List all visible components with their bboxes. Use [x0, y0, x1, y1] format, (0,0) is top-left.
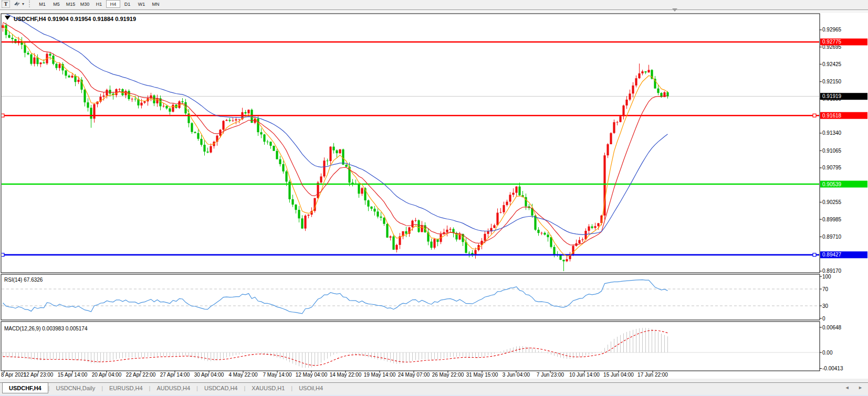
toolbar-separator [29, 1, 32, 7]
rsi-axis-tick: 70 [822, 286, 829, 292]
timeframe-button-m30[interactable]: M30 [78, 0, 92, 8]
rsi-pane[interactable] [1, 274, 820, 320]
tab-usdchf-h4[interactable]: USDCHF,H4 [2, 382, 48, 393]
chart-tab-bar: USDCHF,H4|USDCNH,Daily|EURUSD,H4|AUDUSD,… [0, 379, 868, 394]
line-handle [813, 253, 816, 256]
price-axis-tick: 0.92425 [822, 61, 842, 67]
tabs-scroll-left-icon[interactable]: ◄ [845, 385, 850, 390]
date-axis-label: 20 Apr 04:00 [92, 372, 122, 378]
tab-usoil-h4[interactable]: USOil,H4 [292, 383, 329, 393]
price-badge-text: 0.91618 [822, 113, 842, 119]
timeframe-toolbar: M1M5M15M30H1H4D1W1MN [35, 0, 163, 8]
rsi-axis-tick: 100 [822, 274, 831, 280]
text-tool-button[interactable]: T [2, 1, 10, 8]
macd-axis-tick: 0.00648 [822, 325, 842, 330]
price-axis-tick: 0.89985 [822, 217, 842, 222]
price-badge-text: 0.91919 [822, 93, 842, 99]
arrows-icon [13, 1, 21, 7]
timeframe-button-h4[interactable]: H4 [106, 0, 120, 8]
tab-scroll-arrows: ◄ ► [838, 385, 863, 390]
date-axis-label: 19 May 14:00 [364, 372, 396, 378]
macd-axis-tick: -0.00413 [822, 366, 843, 371]
date-axis-label: 26 May 22:00 [432, 372, 464, 378]
scrollbar-groove [0, 9, 868, 12]
date-axis-label: 15 Jun 04:00 [603, 372, 634, 378]
tabs-row: USDCHF,H4|USDCNH,Daily|EURUSD,H4|AUDUSD,… [0, 382, 868, 395]
top-toolbar: T ▾ M1M5M15M30H1H4D1W1MN [0, 0, 868, 8]
tabs-scroll-right-icon[interactable]: ► [858, 385, 863, 390]
date-axis-label: 15 Apr 14:00 [58, 372, 88, 378]
timeframe-button-m15[interactable]: M15 [64, 0, 78, 8]
date-axis-label: 27 Apr 14:00 [160, 372, 190, 378]
scrollbar-thumb-icon[interactable] [672, 8, 677, 12]
tab-xauusd-h1[interactable]: XAUUSD,H1 [245, 383, 291, 393]
date-axis-label: 10 Jun 14:00 [569, 372, 600, 378]
date-axis-label: 7 May 14:00 [263, 372, 291, 378]
line-handle [813, 114, 816, 117]
timeframe-button-d1[interactable]: D1 [120, 0, 134, 8]
date-axis-label: 30 Apr 04:00 [194, 372, 224, 378]
date-axis-label: 12 May 04:00 [296, 372, 328, 378]
date-axis-label: 12 Apr 23:00 [24, 372, 54, 378]
price-axis-tick: 0.91340 [822, 130, 842, 136]
price-badge-text: 0.89427 [822, 252, 842, 258]
timeframe-button-mn[interactable]: MN [149, 0, 163, 8]
chevron-down-icon: ▾ [22, 2, 24, 6]
timeframe-button-w1[interactable]: W1 [134, 0, 149, 8]
arrows-tool-button[interactable]: ▾ [13, 1, 24, 8]
date-axis-label: 8 Apr 2021 [1, 372, 27, 378]
rsi-label: RSI(14) 67.6326 [4, 277, 43, 283]
price-axis-tick: 0.89710 [822, 234, 842, 240]
rsi-axis-tick: 0 [822, 316, 825, 322]
date-axis-label: 22 Apr 22:00 [126, 372, 156, 378]
macd-label: MACD(12,26,9) 0.003983 0.005174 [4, 326, 88, 331]
timeframe-button-m1[interactable]: M1 [35, 0, 49, 8]
price-axis-tick: 0.91065 [822, 148, 842, 154]
tab-usdcnh-daily[interactable]: USDCNH,Daily [50, 383, 102, 393]
chart-canvas[interactable]: USDCHF,H4 0.91904 0.91954 0.91884 0.9191… [0, 13, 868, 379]
date-axis-label: 3 Jun 04:00 [503, 372, 530, 378]
chart-window[interactable]: USDCHF,H4 0.91904 0.91954 0.91884 0.9191… [0, 13, 868, 379]
date-axis-label: 14 May 22:00 [330, 372, 362, 378]
price-axis-tick: 0.92965 [822, 27, 842, 33]
chart-scrollbar[interactable] [0, 8, 868, 13]
tab-eurusd-h4[interactable]: EURUSD,H4 [103, 383, 149, 393]
price-badge-text: 0.90539 [822, 181, 842, 187]
price-axis-tick: 0.90795 [822, 165, 842, 170]
date-axis-label: 24 May 07:00 [398, 372, 430, 378]
price-axis-tick: 0.92150 [822, 79, 842, 84]
macd-pane[interactable] [1, 322, 820, 371]
macd-axis-tick: 0.00 [822, 350, 833, 356]
price-pane[interactable] [1, 14, 820, 273]
date-axis-label: 17 Jun 22:00 [637, 372, 668, 378]
date-axis-label: 4 May 22:00 [228, 372, 257, 378]
price-badge-text: 0.92775 [822, 39, 842, 45]
date-axis-label: 31 May 15:00 [466, 372, 498, 378]
chart-title: USDCHF,H4 0.91904 0.91954 0.91884 0.9191… [14, 16, 136, 22]
timeframe-button-h1[interactable]: H1 [92, 0, 106, 8]
tab-audusd-h4[interactable]: AUDUSD,H4 [150, 383, 196, 393]
timeframe-button-m5[interactable]: M5 [49, 0, 64, 8]
date-axis-label: 7 Jun 23:00 [537, 372, 564, 378]
rsi-axis-tick: 30 [822, 303, 829, 309]
price-axis-tick: 0.90255 [822, 199, 842, 205]
tab-usdcad-h4[interactable]: USDCAD,H4 [198, 383, 244, 393]
